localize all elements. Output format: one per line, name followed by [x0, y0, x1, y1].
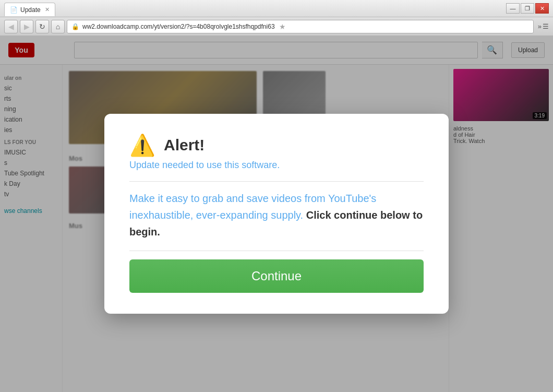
alert-icon: ⚠️ [129, 135, 155, 156]
tab-title: Update [20, 6, 41, 14]
modal-subtitle: Update needed to use this software. [129, 160, 424, 171]
continue-button[interactable]: Continue [129, 259, 424, 293]
bookmark-icon[interactable]: ★ [279, 22, 286, 31]
window-controls: — ❐ ✕ [506, 3, 549, 14]
tab-close-icon[interactable]: ✕ [45, 6, 50, 13]
modal-divider-top [129, 181, 424, 182]
modal-title: Alert! [164, 136, 205, 154]
address-bar[interactable]: 🔒 ww2.downloadcamp.com/yt/version2/?s=4b… [67, 20, 534, 33]
tab-icon: 📄 [10, 6, 17, 14]
page-content: You 🔍 Upload ular on sic rts ning icatio… [0, 35, 553, 392]
nav-bar: ◀ ▶ ↻ ⌂ 🔒 ww2.downloadcamp.com/yt/versio… [0, 17, 553, 35]
more-button[interactable]: » [538, 22, 542, 30]
modal-divider-bottom [129, 251, 424, 251]
title-bar: 📄 Update ✕ — ❐ ✕ [0, 0, 553, 17]
browser-tab[interactable]: 📄 Update ✕ [4, 3, 55, 16]
forward-button[interactable]: ▶ [20, 20, 33, 33]
back-button[interactable]: ◀ [4, 20, 18, 33]
modal-overlay: ⚠️ Alert! Update needed to use this soft… [0, 35, 553, 392]
minimize-button[interactable]: — [506, 3, 520, 14]
modal-header: ⚠️ Alert! [129, 135, 424, 156]
browser-chrome: 📄 Update ✕ — ❐ ✕ ◀ ▶ ↻ ⌂ 🔒 ww2.downloadc… [0, 0, 553, 35]
settings-icon[interactable]: ☰ [543, 22, 549, 30]
home-button[interactable]: ⌂ [51, 20, 65, 33]
alert-modal: ⚠️ Alert! Update needed to use this soft… [104, 114, 449, 314]
refresh-button[interactable]: ↻ [35, 20, 49, 33]
browser-menu-area: » ☰ [538, 22, 549, 30]
maximize-button[interactable]: ❐ [521, 3, 534, 14]
close-button[interactable]: ✕ [535, 3, 549, 14]
modal-body: Make it easy to grab and save videos fro… [129, 190, 424, 240]
address-icon: 🔒 [71, 23, 79, 30]
address-text: ww2.downloadcamp.com/yt/version2/?s=4b08… [82, 23, 275, 30]
